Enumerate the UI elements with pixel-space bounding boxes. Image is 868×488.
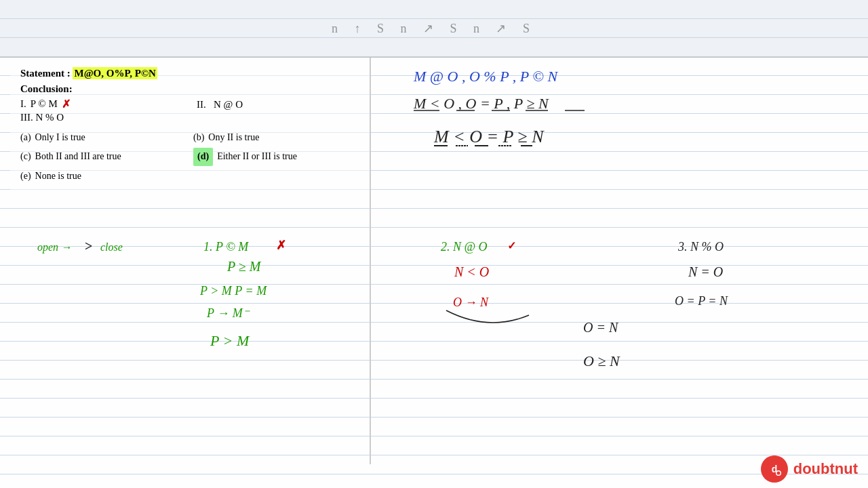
option-a: (a) Only I is true bbox=[20, 130, 186, 145]
logo-icon: d bbox=[761, 455, 788, 483]
option-b: (b) Ony II is true bbox=[193, 130, 359, 145]
top-equations: n ↑ S n ↗ S n ↗ S bbox=[332, 21, 536, 36]
option-b-text: Ony II is true bbox=[208, 130, 259, 145]
cross-mark-1: ✗ bbox=[62, 98, 71, 110]
option-d-text: Either II or III is true bbox=[217, 149, 297, 164]
question-panel: Statement : M@O, O%P, P©N Conclusion: I.… bbox=[10, 60, 370, 190]
option-c-label: (c) bbox=[20, 149, 31, 164]
option-c-text: Both II and III are true bbox=[35, 149, 121, 164]
options-grid: (a) Only I is true (b) Ony II is true (c… bbox=[20, 130, 359, 166]
roman-item-3: III. N % O bbox=[20, 112, 359, 123]
option-c: (c) Both II and III are true bbox=[20, 148, 186, 165]
statement-label: Statement : bbox=[20, 68, 71, 79]
option-a-label: (a) bbox=[20, 130, 31, 145]
vertical-divider bbox=[370, 58, 371, 464]
roman-item-1: I. P © M ✗ II. N @ O bbox=[20, 98, 359, 110]
option-e-text: None is true bbox=[35, 169, 81, 184]
option-e: (e) None is true bbox=[20, 169, 359, 184]
logo-area: d doubtnut bbox=[761, 455, 858, 483]
logo-text: doubtnut bbox=[793, 460, 858, 478]
option-e-label: (e) bbox=[20, 169, 31, 184]
option-b-label: (b) bbox=[193, 130, 204, 145]
conclusion-label: Conclusion: bbox=[20, 83, 359, 95]
option-d-highlight: (d) bbox=[193, 148, 213, 165]
option-a-text: Only I is true bbox=[35, 130, 85, 145]
roman-expr-1: P © M bbox=[31, 98, 58, 110]
top-bar: n ↑ S n ↗ S n ↗ S bbox=[0, 0, 868, 58]
option-d-label: (d) bbox=[197, 151, 209, 161]
option-d: (d) Either II or III is true bbox=[193, 148, 359, 165]
roman-num-3: III. N % O bbox=[20, 112, 64, 123]
roman-num-2: II. N @ O bbox=[197, 99, 243, 110]
statement-line: Statement : M@O, O%P, P©N bbox=[20, 66, 359, 81]
statement-value: M@O, O%P, P©N bbox=[73, 67, 157, 79]
roman-num-1: I. bbox=[20, 98, 26, 110]
svg-point-34 bbox=[776, 472, 780, 475]
